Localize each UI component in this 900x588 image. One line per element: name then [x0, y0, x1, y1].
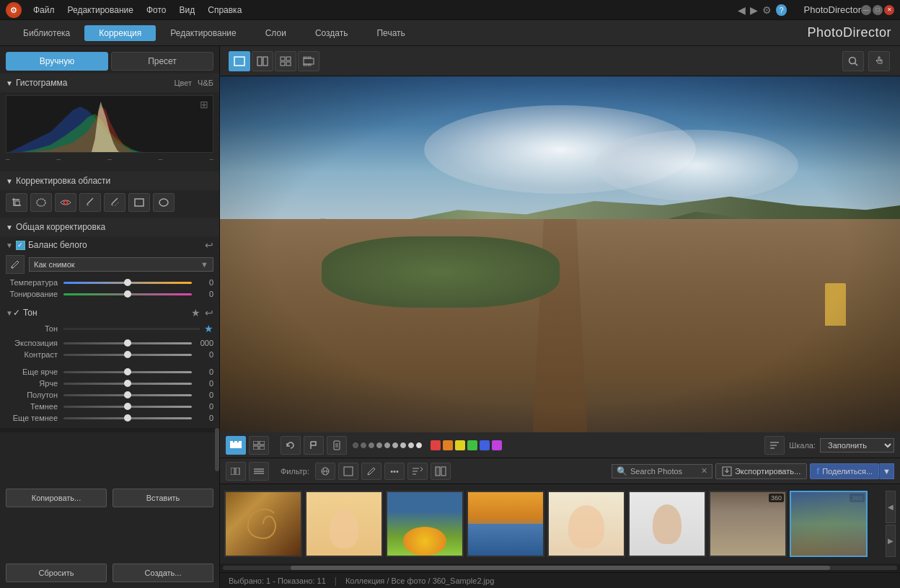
filter-layout-btn[interactable] — [431, 463, 451, 480]
area-tool-gradient[interactable] — [104, 193, 125, 212]
share-button[interactable]: f Поделиться... — [810, 463, 879, 479]
area-tool-lasso[interactable] — [30, 193, 52, 212]
color-orange[interactable] — [443, 440, 453, 450]
scroll-track[interactable] — [223, 566, 897, 570]
darkest-thumb[interactable] — [124, 414, 131, 422]
thumb-4[interactable] — [467, 491, 544, 557]
paste-button[interactable]: Вставить — [112, 489, 213, 507]
area-tool-brush[interactable] — [79, 193, 101, 212]
nav-layers[interactable]: Слои — [251, 25, 301, 41]
edit-filmstrip-view[interactable] — [226, 436, 246, 455]
brighter-track[interactable] — [63, 371, 192, 373]
area-correction-header[interactable]: ▼ Корректировка области — [0, 172, 219, 190]
histogram-color-mode[interactable]: Цвет — [174, 79, 192, 87]
filter-sort-btn[interactable] — [407, 463, 428, 480]
exposure-thumb[interactable] — [124, 339, 131, 347]
area-tool-eye[interactable] — [55, 193, 76, 212]
menu-photo[interactable]: Фото — [141, 4, 172, 17]
minimize-button[interactable]: — — [861, 5, 871, 15]
wb-preset-dropdown[interactable]: Как снимок ▼ — [29, 257, 213, 272]
color-blue[interactable] — [480, 440, 490, 450]
midtone-thumb[interactable] — [124, 391, 131, 398]
nav-create[interactable]: Создать — [301, 25, 363, 41]
contrast-track[interactable] — [63, 354, 192, 356]
left-panel-scrollbar-thumb[interactable] — [215, 428, 219, 471]
info-btn[interactable] — [327, 436, 347, 455]
wb-reset-icon[interactable]: ↩ — [205, 239, 213, 251]
toning-track[interactable] — [63, 293, 192, 295]
bright-track[interactable] — [63, 383, 192, 385]
color-green[interactable] — [467, 440, 477, 450]
tab-manual[interactable]: Вручную — [6, 52, 108, 71]
scale-select[interactable]: Заполнить 25% 50% 100% — [820, 438, 894, 453]
menu-edit[interactable]: Редактирование — [62, 4, 139, 17]
menu-view[interactable]: Вид — [174, 4, 201, 17]
maximize-button[interactable]: □ — [873, 5, 883, 15]
color-red[interactable] — [431, 440, 441, 450]
area-tool-crop[interactable] — [6, 193, 27, 212]
midtone-track[interactable] — [63, 394, 192, 396]
forward-icon[interactable]: ▶ — [750, 4, 758, 16]
hand-tool-btn[interactable] — [868, 51, 890, 71]
filter-all-btn[interactable] — [315, 463, 335, 480]
copy-button[interactable]: Копировать... — [6, 489, 107, 507]
view-filmstrip-btn[interactable] — [298, 51, 319, 71]
help-nav-icon[interactable]: ? — [776, 4, 786, 16]
thumb-8[interactable]: 360 — [790, 491, 868, 557]
thumb-7[interactable]: 360 — [709, 491, 787, 557]
close-button[interactable]: ✕ — [884, 5, 894, 15]
histogram-export-icon[interactable]: ⊞ — [200, 99, 208, 110]
search-box[interactable]: 🔍 Search Photos ✕ — [612, 464, 712, 478]
tab-preset[interactable]: Пресет — [111, 52, 213, 71]
tone-reset-icon[interactable]: ↩ — [205, 307, 213, 318]
search-clear-icon[interactable]: ✕ — [701, 466, 707, 476]
tone-star-small[interactable]: ★ — [204, 323, 213, 334]
rotate-left-btn[interactable] — [281, 436, 301, 455]
filter-view-1[interactable] — [226, 462, 246, 481]
edit-grid-view[interactable] — [249, 436, 269, 455]
filter-pen-btn[interactable] — [361, 463, 381, 480]
general-correction-header[interactable]: ▼ Общая корректировка — [0, 218, 219, 236]
dot-8[interactable] — [408, 442, 414, 448]
wb-checkbox[interactable]: ✓ — [16, 241, 25, 250]
dot-9[interactable] — [416, 442, 422, 448]
toning-thumb[interactable] — [124, 290, 131, 298]
settings-icon[interactable]: ⚙ — [762, 4, 772, 16]
temperature-thumb[interactable] — [124, 279, 131, 286]
thumb-5[interactable] — [547, 491, 625, 557]
share-dropdown-btn[interactable]: ▼ — [879, 463, 894, 479]
area-tool-circle[interactable] — [153, 193, 175, 212]
darker-track[interactable] — [63, 406, 192, 408]
area-tool-rect[interactable] — [128, 193, 150, 212]
tone-star-icon[interactable]: ★ — [191, 307, 200, 318]
dot-2[interactable] — [361, 442, 366, 448]
darkest-track[interactable] — [63, 417, 192, 419]
dot-1[interactable] — [353, 442, 358, 448]
view-grid-btn[interactable] — [275, 51, 296, 71]
wb-eyedropper-icon[interactable] — [6, 255, 25, 274]
dot-7[interactable] — [400, 442, 406, 448]
back-icon[interactable]: ◀ — [738, 4, 746, 16]
thumb-1[interactable] — [224, 491, 302, 557]
flag-btn[interactable] — [304, 436, 324, 455]
thumb-2[interactable] — [305, 491, 383, 557]
menu-help[interactable]: Справка — [202, 4, 247, 17]
menu-file[interactable]: Файл — [27, 4, 61, 17]
wb-section-arrow[interactable]: ▼ — [6, 241, 13, 249]
color-purple[interactable] — [492, 440, 502, 450]
histogram-bw-mode[interactable]: Ч&Б — [198, 79, 213, 87]
create-button[interactable]: Создать... — [112, 564, 213, 582]
dot-6[interactable] — [392, 442, 398, 448]
export-button[interactable]: Экспортировать... — [715, 463, 807, 479]
dot-5[interactable] — [384, 442, 390, 448]
nav-correction[interactable]: Коррекция — [84, 25, 156, 41]
bright-thumb[interactable] — [124, 380, 131, 387]
filter-more-btn[interactable]: ••• — [384, 463, 405, 480]
histogram-section-header[interactable]: ▼ Гистограмма Цвет Ч&Б — [0, 74, 219, 92]
sort-btn[interactable] — [764, 436, 785, 455]
nav-editing[interactable]: Редактирование — [156, 25, 250, 41]
dot-3[interactable] — [369, 442, 374, 448]
nav-print[interactable]: Печать — [362, 25, 419, 41]
temperature-track[interactable] — [63, 282, 192, 284]
nav-library[interactable]: Библиотека — [9, 25, 84, 41]
